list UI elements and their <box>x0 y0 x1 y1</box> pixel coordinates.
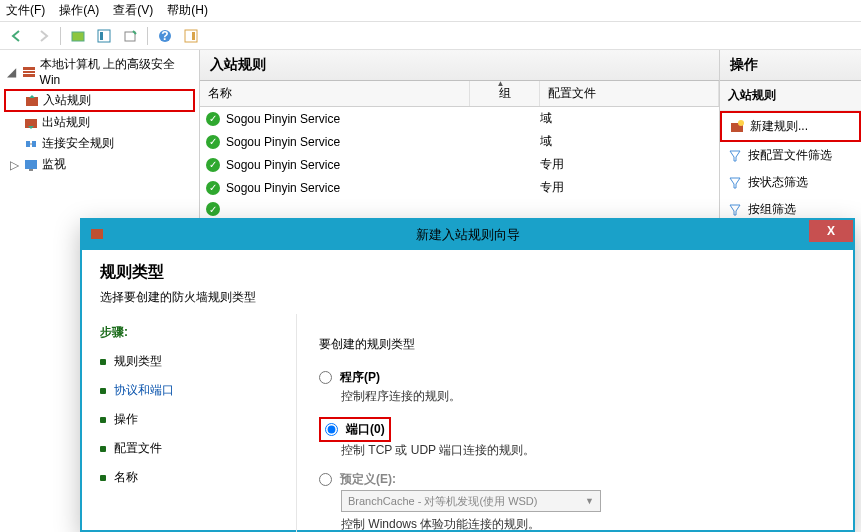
nav-forward-button[interactable] <box>32 25 54 47</box>
expander-icon[interactable]: ▷ <box>8 158 20 172</box>
svg-rect-14 <box>32 141 36 147</box>
option-port[interactable]: 端口(0) <box>325 421 385 438</box>
step-rule-type[interactable]: 规则类型 <box>100 347 278 376</box>
col-group[interactable]: 组▲ <box>470 81 540 106</box>
enabled-check-icon: ✓ <box>206 158 220 172</box>
list-header: 名称 组▲ 配置文件 <box>200 81 719 107</box>
option-program[interactable]: 程序(P) <box>319 369 831 386</box>
svg-text:?: ? <box>161 29 168 43</box>
toolbar-view2-button[interactable] <box>180 25 202 47</box>
center-header: 入站规则 <box>200 50 719 81</box>
option-predefined[interactable]: 预定义(E): <box>319 471 831 488</box>
wizard-steps-panel: 步骤: 规则类型 协议和端口 操作 配置文件 名称 <box>82 314 297 532</box>
svg-rect-16 <box>29 169 33 171</box>
wizard-page-subtitle: 选择要创建的防火墙规则类型 <box>100 289 835 306</box>
toolbar-new-button[interactable] <box>67 25 89 47</box>
svg-rect-6 <box>185 30 197 42</box>
action-new-rule[interactable]: 新建规则... <box>720 111 861 142</box>
bullet-icon <box>100 475 106 481</box>
table-row[interactable]: ✓Sogou Pinyin Service 专用 <box>200 153 719 176</box>
tree-connsec-label: 连接安全规则 <box>42 135 114 152</box>
step-protocol-port[interactable]: 协议和端口 <box>100 376 278 405</box>
monitor-icon <box>24 158 38 172</box>
col-profile[interactable]: 配置文件 <box>540 81 719 106</box>
radio-predefined[interactable] <box>319 473 332 486</box>
table-row[interactable]: ✓Sogou Pinyin Service 域 <box>200 130 719 153</box>
new-inbound-rule-wizard: 新建入站规则向导 X 规则类型 选择要创建的防火墙规则类型 步骤: 规则类型 协… <box>80 218 855 532</box>
firewall-icon <box>22 65 36 79</box>
toolbar-separator <box>60 27 61 45</box>
menu-action[interactable]: 操作(A) <box>59 2 99 19</box>
sort-asc-icon: ▲ <box>497 79 505 88</box>
tree-root[interactable]: ◢ 本地计算机 上的高级安全 Win <box>4 54 195 89</box>
svg-rect-13 <box>26 141 30 147</box>
radio-port[interactable] <box>325 423 338 436</box>
predefined-dropdown: BranchCache - 对等机发现(使用 WSD) ▼ <box>341 490 601 512</box>
toolbar-export-button[interactable] <box>119 25 141 47</box>
rule-name: Sogou Pinyin Service <box>226 181 340 195</box>
actions-header: 操作 <box>720 50 861 81</box>
outbound-icon <box>24 116 38 130</box>
rule-profile: 域 <box>540 133 552 150</box>
action-filter-profile[interactable]: 按配置文件筛选 <box>720 142 861 169</box>
step-profile[interactable]: 配置文件 <box>100 434 278 463</box>
svg-rect-0 <box>72 32 84 41</box>
steps-label: 步骤: <box>82 314 296 347</box>
action-new-rule-label: 新建规则... <box>750 118 808 135</box>
new-rule-icon <box>730 120 744 134</box>
menu-view[interactable]: 查看(V) <box>113 2 153 19</box>
nav-back-button[interactable] <box>6 25 28 47</box>
svg-rect-19 <box>91 229 103 239</box>
svg-rect-15 <box>25 160 37 169</box>
col-name[interactable]: 名称 <box>200 81 470 106</box>
rule-profile: 专用 <box>540 156 564 173</box>
menubar: 文件(F) 操作(A) 查看(V) 帮助(H) <box>0 0 861 22</box>
bullet-icon <box>100 417 106 423</box>
wizard-options-panel: 要创建的规则类型 程序(P) 控制程序连接的规则。 端口(0) 控制 TCP 或… <box>297 314 853 532</box>
wizard-title: 新建入站规则向导 <box>416 226 520 244</box>
step-name[interactable]: 名称 <box>100 463 278 492</box>
action-filter-group-label: 按组筛选 <box>748 201 796 218</box>
enabled-check-icon: ✓ <box>206 135 220 149</box>
chevron-down-icon: ▼ <box>585 496 594 506</box>
tree-monitoring-label: 监视 <box>42 156 66 173</box>
svg-rect-7 <box>192 32 195 40</box>
tree-connection-security[interactable]: 连接安全规则 <box>4 133 195 154</box>
table-row[interactable]: ✓Sogou Pinyin Service 专用 <box>200 176 719 199</box>
toolbar-view1-button[interactable] <box>93 25 115 47</box>
tree-monitoring[interactable]: ▷ 监视 <box>4 154 195 175</box>
rule-profile: 域 <box>540 110 552 127</box>
toolbar-separator <box>147 27 148 45</box>
wizard-header: 规则类型 选择要创建的防火墙规则类型 <box>82 250 853 314</box>
tree-inbound-rules[interactable]: 入站规则 <box>4 89 195 112</box>
menu-help[interactable]: 帮助(H) <box>167 2 208 19</box>
option-port-label: 端口(0) <box>346 421 385 438</box>
tree-outbound-rules[interactable]: 出站规则 <box>4 112 195 133</box>
tree-root-label: 本地计算机 上的高级安全 Win <box>40 56 193 87</box>
rule-name: Sogou Pinyin Service <box>226 112 340 126</box>
action-filter-state[interactable]: 按状态筛选 <box>720 169 861 196</box>
rule-name: Sogou Pinyin Service <box>226 158 340 172</box>
svg-rect-11 <box>26 97 38 106</box>
expander-icon[interactable]: ◢ <box>6 65 18 79</box>
rule-name: Sogou Pinyin Service <box>226 135 340 149</box>
table-row[interactable]: ✓ <box>200 199 719 219</box>
table-row[interactable]: ✓Sogou Pinyin Service 域 <box>200 107 719 130</box>
step-action[interactable]: 操作 <box>100 405 278 434</box>
toolbar: ? <box>0 22 861 50</box>
menu-file[interactable]: 文件(F) <box>6 2 45 19</box>
wizard-titlebar[interactable]: 新建入站规则向导 X <box>82 220 853 250</box>
bullet-icon <box>100 388 106 394</box>
actions-section: 入站规则 <box>720 81 861 111</box>
wizard-content: 规则类型 选择要创建的防火墙规则类型 步骤: 规则类型 协议和端口 操作 配置文… <box>82 250 853 532</box>
wizard-page-title: 规则类型 <box>100 262 835 283</box>
bullet-icon <box>100 359 106 365</box>
action-filter-profile-label: 按配置文件筛选 <box>748 147 832 164</box>
toolbar-help-button[interactable]: ? <box>154 25 176 47</box>
svg-rect-8 <box>23 67 35 77</box>
tree-inbound-label: 入站规则 <box>43 92 91 109</box>
radio-program[interactable] <box>319 371 332 384</box>
filter-icon <box>728 149 742 163</box>
close-button[interactable]: X <box>809 220 853 242</box>
svg-rect-2 <box>100 32 103 40</box>
